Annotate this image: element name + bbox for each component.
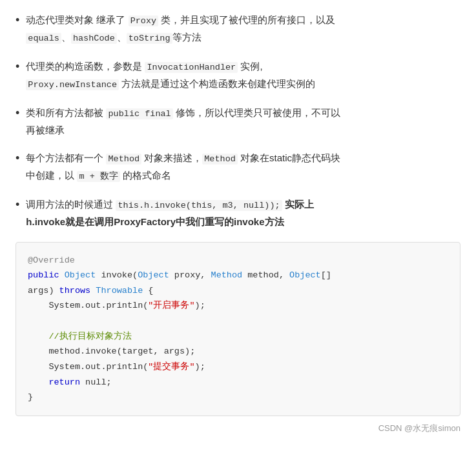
throws-keyword: throws <box>59 286 91 296</box>
item-4-text: 每个方法都有一个 Method 对象来描述，Method 对象在static静态… <box>26 150 460 185</box>
method-code-2: Method <box>202 154 238 165</box>
bullet-symbol: • <box>16 12 19 29</box>
list-item-2: • 代理类的构造函数，参数是 InvocationHandler 实例, Pro… <box>16 58 460 93</box>
object-type-2: Object <box>138 270 169 280</box>
proxy-code: Proxy <box>129 15 159 26</box>
bullet-symbol-2: • <box>16 58 19 75</box>
item-2-text: 代理类的构造函数，参数是 InvocationHandler 实例, Proxy… <box>26 58 460 93</box>
annotation-line: @Override <box>28 256 75 265</box>
hashcode-code: hashCode <box>71 33 117 44</box>
list-item-3: • 类和所有方法都被 public final 修饰，所以代理类只可被使用，不可… <box>16 105 460 138</box>
code-block: @Override public Object invoke(Object pr… <box>16 242 460 416</box>
item-1-text: 动态代理类对象 继承了 Proxy 类，并且实现了被代理的所有接口，以及 equ… <box>26 12 460 46</box>
method-type: Method <box>211 270 243 280</box>
list-item-5: • 调用方法的时候通过 this.h.invoke(this, m3, null… <box>16 196 460 230</box>
comment-line: //执行目标对象方法 <box>48 332 131 341</box>
string-kaiqishiwu: "开启事务" <box>148 301 194 310</box>
watermark: CSDN @水无痕simon <box>16 423 460 434</box>
object-type-1: Object <box>65 270 96 280</box>
invhandler-code: InvocationHandler <box>145 62 238 73</box>
list-item-4: • 每个方法都有一个 Method 对象来描述，Method 对象在static… <box>16 150 460 185</box>
bold-text-2: h.invoke就是在调用ProxyFactory中我们重写的invoke方法 <box>26 216 284 227</box>
item-5-text: 调用方法的时候通过 this.h.invoke(this, m3, null))… <box>26 196 460 230</box>
proxynew-code: Proxy.newInstance <box>26 79 119 90</box>
equals-code: equals <box>26 33 61 44</box>
throwable-type: Throwable <box>96 286 143 296</box>
return-keyword: return <box>48 377 80 387</box>
mnum-code: m + 数字 <box>77 171 119 182</box>
method-code-1: Method <box>106 154 141 165</box>
publicfinal-code: public final <box>106 108 172 119</box>
public-keyword: public <box>28 270 59 280</box>
bold-text-1: 实际上 <box>285 199 314 210</box>
bullet-list: • 动态代理类对象 继承了 Proxy 类，并且实现了被代理的所有接口，以及 e… <box>16 12 460 230</box>
item-3-text: 类和所有方法都被 public final 修饰，所以代理类只可被使用，不可以 … <box>26 105 460 138</box>
list-item-1: • 动态代理类对象 继承了 Proxy 类，并且实现了被代理的所有接口，以及 e… <box>16 12 460 46</box>
invoke-call-code: this.h.invoke(this, m3, null)); <box>116 200 282 211</box>
tostring-code: toString <box>127 33 172 44</box>
bullet-symbol-3: • <box>16 105 19 122</box>
bullet-symbol-4: • <box>16 150 19 167</box>
object-type-3: Object <box>289 270 321 280</box>
bullet-symbol-5: • <box>16 196 19 214</box>
string-tijiaoshiwu: "提交事务" <box>148 362 194 372</box>
